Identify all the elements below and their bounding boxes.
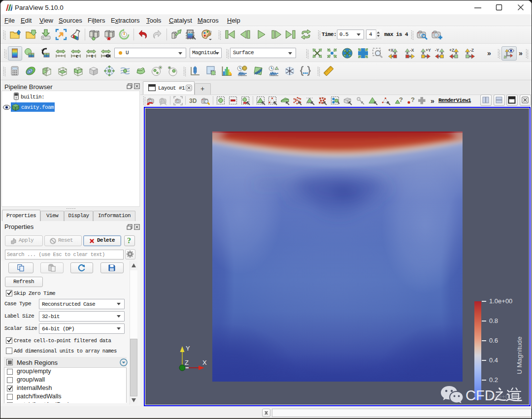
svg-text:?: ?	[411, 96, 415, 103]
svg-text:X: X	[202, 359, 207, 366]
svg-text:-X: -X	[410, 48, 414, 53]
svg-text:c: c	[76, 53, 78, 59]
svg-text:Y: Y	[186, 345, 190, 352]
svg-text:?: ?	[399, 96, 403, 103]
svg-text:+Z: +Z	[449, 48, 454, 53]
svg-text:+Y: +Y	[426, 48, 431, 53]
svg-text:-Y: -Y	[435, 48, 439, 53]
svg-text:U Magnitude: U Magnitude	[516, 336, 523, 374]
svg-text:t: t	[91, 53, 93, 59]
svg-text:-Z: -Z	[470, 48, 474, 53]
svg-text:3D: 3D	[189, 97, 197, 104]
svg-text:+X: +X	[388, 48, 394, 53]
svg-text:Z: Z	[185, 359, 189, 366]
